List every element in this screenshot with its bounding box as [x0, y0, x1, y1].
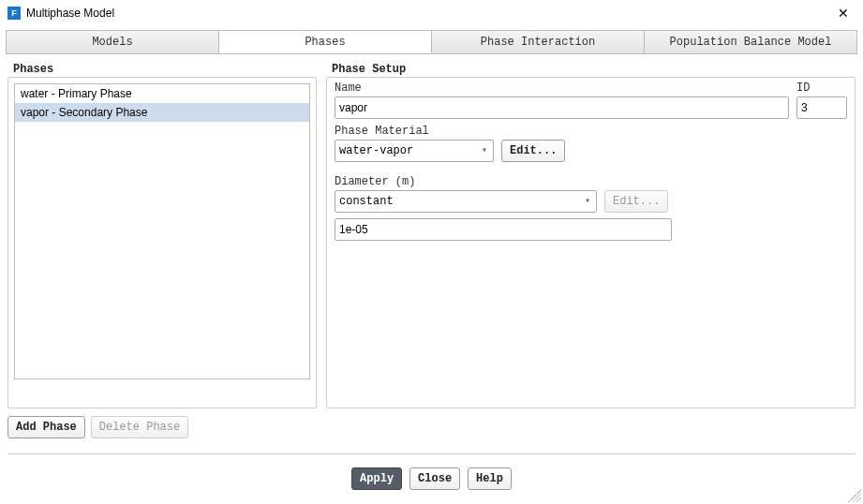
- id-label: ID: [796, 82, 847, 95]
- close-icon[interactable]: ✕: [831, 3, 856, 23]
- tab-bar: Models Phases Phase Interaction Populati…: [6, 30, 857, 54]
- close-button[interactable]: Close: [409, 467, 460, 490]
- diameter-type-value: constant: [339, 195, 394, 208]
- add-phase-button[interactable]: Add Phase: [7, 416, 85, 438]
- phase-buttons-row: Add Phase Delete Phase: [7, 416, 317, 438]
- title-bar: F Multiphase Model ✕: [0, 0, 863, 26]
- window-title: Multiphase Model: [26, 7, 831, 20]
- phase-setup-box: Name ID Phase Material water-vapor Edit.…: [326, 77, 856, 408]
- resize-grip-icon[interactable]: [848, 489, 861, 502]
- delete-phase-button[interactable]: Delete Phase: [91, 416, 188, 438]
- name-label: Name: [335, 82, 789, 95]
- phase-setup-panel: Phase Setup Name ID Phase Material water…: [326, 71, 856, 438]
- app-icon: F: [7, 7, 21, 20]
- name-input[interactable]: [335, 96, 789, 119]
- footer-buttons: Apply Close Help: [0, 462, 863, 496]
- content-area: Phases water - Primary Phase vapor - Sec…: [0, 54, 863, 446]
- diameter-label: Diameter (m): [335, 175, 847, 188]
- edit-material-button[interactable]: Edit...: [501, 140, 565, 162]
- tab-models[interactable]: Models: [7, 31, 219, 53]
- tab-phase-interaction[interactable]: Phase Interaction: [432, 31, 645, 53]
- material-select[interactable]: water-vapor: [335, 140, 494, 162]
- phases-box: water - Primary Phase vapor - Secondary …: [7, 77, 317, 408]
- footer-divider: [7, 453, 856, 454]
- phases-panel: Phases water - Primary Phase vapor - Sec…: [7, 71, 317, 438]
- phase-item-vapor[interactable]: vapor - Secondary Phase: [15, 103, 309, 122]
- material-label: Phase Material: [335, 125, 847, 138]
- phases-list[interactable]: water - Primary Phase vapor - Secondary …: [14, 83, 310, 379]
- edit-diameter-button[interactable]: Edit...: [604, 190, 668, 213]
- tab-phases[interactable]: Phases: [219, 31, 432, 53]
- tab-population-balance[interactable]: Population Balance Model: [645, 31, 856, 53]
- phases-header: Phases: [11, 63, 55, 76]
- apply-button[interactable]: Apply: [351, 467, 402, 490]
- help-button[interactable]: Help: [468, 467, 512, 490]
- material-value: water-vapor: [339, 144, 413, 157]
- diameter-type-select[interactable]: constant: [335, 190, 597, 213]
- phase-item-water[interactable]: water - Primary Phase: [15, 84, 309, 103]
- id-input[interactable]: [796, 96, 847, 119]
- diameter-value-input[interactable]: [335, 218, 672, 241]
- phase-setup-header: Phase Setup: [330, 63, 408, 76]
